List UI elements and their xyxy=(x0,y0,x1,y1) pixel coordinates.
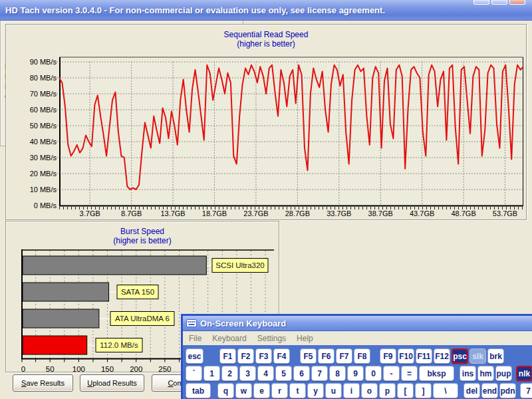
osk-key-end[interactable]: end xyxy=(481,383,498,398)
osk-key-t[interactable]: t xyxy=(289,383,306,398)
osk-key-psc[interactable]: psc xyxy=(452,348,468,364)
osk-key-row-1: `1234567890-=bkspinshmpupnlk xyxy=(186,366,532,381)
osk-key-0[interactable]: 0 xyxy=(365,366,382,381)
osk-key-hm[interactable]: hm xyxy=(477,366,494,381)
window-titlebar[interactable]: HD Tach version 3.0.4.0 - For non-commer… xyxy=(0,0,532,21)
osk-menu-help[interactable]: Help xyxy=(297,334,313,343)
osk-key-pdn[interactable]: pdn xyxy=(499,383,516,398)
osk-key-pup[interactable]: pup xyxy=(495,366,512,381)
y-axis-label: 60 MB/s xyxy=(17,106,57,114)
osk-key-sym[interactable]: [ xyxy=(397,383,414,398)
burst-x-tick-label: 250 xyxy=(158,365,171,373)
osk-key-1[interactable]: 1 xyxy=(203,366,220,381)
window-title: HD Tach version 3.0.4.0 - For non-commer… xyxy=(0,5,385,15)
osk-key-sym[interactable]: - xyxy=(383,366,400,381)
osk-key-F4[interactable]: F4 xyxy=(273,348,290,364)
osk-key-o[interactable]: o xyxy=(361,383,378,398)
osk-key-F6[interactable]: F6 xyxy=(318,348,334,364)
osk-key-4[interactable]: 4 xyxy=(257,366,274,381)
y-axis-label: 40 MB/s xyxy=(17,138,57,146)
x-axis-label: 28.7GB xyxy=(282,209,313,217)
burst-chart-title-line2: (higher is better) xyxy=(6,236,279,245)
osk-key-7[interactable]: 7 xyxy=(520,383,532,398)
osk-key-ins[interactable]: ins xyxy=(460,366,476,381)
osk-key-r[interactable]: r xyxy=(271,383,288,398)
sequential-read-panel: Sequential Read Speed (higher is better)… xyxy=(5,24,527,220)
burst-x-tick-label: 0 xyxy=(21,365,25,373)
x-axis-label: 13.7GB xyxy=(158,209,188,217)
osk-key-w[interactable]: w xyxy=(235,383,252,398)
osk-key-F5[interactable]: F5 xyxy=(300,348,317,364)
read-chart-plot xyxy=(59,57,523,207)
burst-x-tick-label: 100 xyxy=(72,365,85,373)
osk-key-tab[interactable]: tab xyxy=(186,383,211,398)
osk-key-esc[interactable]: esc xyxy=(186,348,203,364)
osk-key-2[interactable]: 2 xyxy=(221,366,238,381)
osk-key-F3[interactable]: F3 xyxy=(255,348,272,364)
osk-key-q[interactable]: q xyxy=(217,383,234,398)
osk-key-nlk[interactable]: nlk xyxy=(516,366,532,381)
osk-key-F2[interactable]: F2 xyxy=(237,348,254,364)
window-controls xyxy=(473,0,525,5)
maximize-button[interactable] xyxy=(491,0,507,5)
read-chart-title-line2: (higher is better) xyxy=(6,39,526,49)
osk-key-e[interactable]: e xyxy=(253,383,270,398)
x-axis-label: 53.7GB xyxy=(490,209,521,217)
osk-key-sym[interactable]: ` xyxy=(186,366,202,381)
osk-key-F12[interactable]: F12 xyxy=(434,348,450,364)
burst-x-tick-label: 150 xyxy=(101,365,114,373)
osk-key-F8[interactable]: F8 xyxy=(354,348,370,364)
osk-key-area: escF1F2F3F4F5F6F7F8F9F10F11F12pscslkbrk`… xyxy=(183,345,532,398)
osk-key-row-2: tabqwertyuiop[]\delendpdn7 xyxy=(186,383,532,398)
osk-key-i[interactable]: i xyxy=(343,383,360,398)
upload-results-button[interactable]: Upload Results xyxy=(80,374,144,392)
osk-key-5[interactable]: 5 xyxy=(275,366,292,381)
osk-key-7[interactable]: 7 xyxy=(311,366,328,381)
osk-menubar: FileKeyboardSettingsHelp xyxy=(183,331,532,345)
osk-key-F1[interactable]: F1 xyxy=(219,348,236,364)
osk-key-slk[interactable]: slk xyxy=(469,348,486,364)
osk-key-F10[interactable]: F10 xyxy=(398,348,414,364)
osk-key-8[interactable]: 8 xyxy=(329,366,346,381)
osk-key-row-0: escF1F2F3F4F5F6F7F8F9F10F11F12pscslkbrk xyxy=(186,348,532,364)
osk-key-F11[interactable]: F11 xyxy=(416,348,432,364)
close-button[interactable] xyxy=(509,0,525,5)
y-axis-label: 30 MB/s xyxy=(17,154,57,162)
osk-key-sym[interactable]: \ xyxy=(433,383,458,398)
osk-key-y[interactable]: y xyxy=(307,383,324,398)
y-axis-label: 20 MB/s xyxy=(17,170,57,178)
y-axis-label: 0 MB/s xyxy=(17,201,57,209)
osk-key-sym[interactable]: ] xyxy=(415,383,432,398)
osk-menu-settings[interactable]: Settings xyxy=(257,334,286,343)
save-results-button[interactable]: Save Results xyxy=(13,374,73,392)
burst-bar-label-2: ATA UltraDMA 6 xyxy=(115,315,170,323)
osk-titlebar[interactable]: On-Screen Keyboard xyxy=(183,316,532,331)
osk-key-F7[interactable]: F7 xyxy=(336,348,352,364)
osk-key-sym[interactable]: = xyxy=(401,366,418,381)
osk-key-9[interactable]: 9 xyxy=(347,366,364,381)
osk-key-p[interactable]: p xyxy=(379,383,396,398)
burst-chart-title-line1: Burst Speed xyxy=(6,227,279,236)
y-axis-label: 50 MB/s xyxy=(17,122,57,130)
minimize-button[interactable] xyxy=(473,0,489,5)
hdtach-window: HD Tach version 3.0.4.0 - For non-commer… xyxy=(0,0,532,399)
read-chart-title: Sequential Read Speed (higher is better) xyxy=(6,30,526,49)
osk-key-F9[interactable]: F9 xyxy=(380,348,396,364)
keyboard-icon xyxy=(186,319,197,327)
osk-menu-file[interactable]: File xyxy=(189,334,201,343)
burst-x-tick-label: 200 xyxy=(130,365,142,373)
osk-key-brk[interactable]: brk xyxy=(487,348,504,364)
osk-key-bksp[interactable]: bksp xyxy=(419,366,454,381)
x-axis-label: 18.7GB xyxy=(199,209,229,217)
y-axis-label: 70 MB/s xyxy=(17,90,57,98)
burst-bar-2 xyxy=(23,309,99,328)
burst-bar-3 xyxy=(23,336,87,354)
osk-key-del[interactable]: del xyxy=(464,383,480,398)
x-axis-label: 38.7GB xyxy=(365,209,396,217)
read-chart-svg xyxy=(59,57,523,207)
osk-menu-keyboard[interactable]: Keyboard xyxy=(212,334,246,343)
osk-key-u[interactable]: u xyxy=(325,383,342,398)
read-chart-title-line1: Sequential Read Speed xyxy=(6,30,526,39)
osk-key-3[interactable]: 3 xyxy=(239,366,256,381)
osk-key-6[interactable]: 6 xyxy=(293,366,310,381)
